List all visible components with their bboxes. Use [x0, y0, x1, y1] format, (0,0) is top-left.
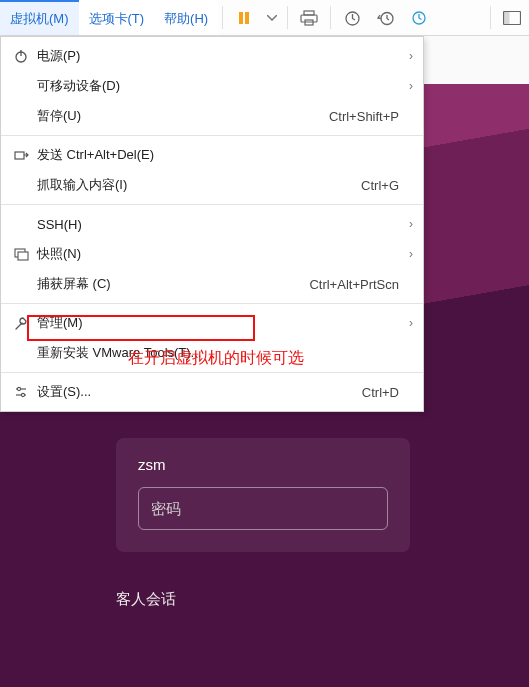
printer-icon [300, 10, 318, 26]
svg-rect-14 [18, 252, 28, 260]
menu-separator [1, 135, 423, 136]
separator [222, 6, 223, 29]
clock-icon [344, 10, 361, 27]
submenu-arrow-icon: › [399, 79, 413, 93]
shortcut: Ctrl+Alt+PrtScn [309, 277, 399, 292]
menu-capture-screen[interactable]: 捕获屏幕 (C) Ctrl+Alt+PrtScn [1, 269, 423, 299]
svg-rect-0 [239, 12, 243, 24]
annotation-text: 在开启虚拟机的时候可选 [128, 348, 304, 369]
menu-separator [1, 204, 423, 205]
menu-power[interactable]: 电源(P) › [1, 41, 423, 71]
guest-session-link[interactable]: 客人会话 [116, 590, 176, 609]
menu-manage[interactable]: 管理(M) › [1, 308, 423, 338]
separator [287, 6, 288, 29]
power-icon [9, 49, 33, 63]
menu-separator [1, 303, 423, 304]
menu-ssh[interactable]: SSH(H) › [1, 209, 423, 239]
snapshot-take-button[interactable] [335, 0, 369, 36]
separator [330, 6, 331, 29]
shortcut: Ctrl+D [362, 385, 399, 400]
submenu-arrow-icon: › [399, 217, 413, 231]
menu-separator [1, 372, 423, 373]
pause-dropdown[interactable] [261, 0, 283, 36]
separator [490, 6, 491, 29]
menu-removable-devices[interactable]: 可移动设备(D) › [1, 71, 423, 101]
clock-back-icon [377, 10, 395, 27]
login-username: zsm [138, 456, 388, 473]
svg-rect-9 [504, 12, 510, 25]
menu-settings[interactable]: 设置(S)... Ctrl+D [1, 377, 423, 407]
label: 电源(P) [33, 47, 80, 65]
label: 可移动设备(D) [33, 77, 120, 95]
label: 发送 Ctrl+Alt+Del(E) [33, 146, 154, 164]
label: 快照(N) [33, 245, 81, 263]
menu-pause[interactable]: 暂停(U) Ctrl+Shift+P [1, 101, 423, 131]
submenu-arrow-icon: › [399, 247, 413, 261]
pause-button[interactable] [227, 0, 261, 36]
menu-vm[interactable]: 虚拟机(M) [0, 0, 79, 35]
snapshot-icon [9, 248, 33, 261]
shortcut: Ctrl+Shift+P [329, 109, 399, 124]
snapshot-revert-button[interactable] [369, 0, 403, 36]
login-card: zsm [116, 438, 410, 552]
password-input[interactable] [138, 487, 388, 530]
pause-icon [236, 10, 252, 26]
menu-help[interactable]: 帮助(H) [154, 0, 218, 35]
panel-icon [503, 11, 521, 25]
wrench-icon [9, 316, 33, 330]
menu-snapshot[interactable]: 快照(N) › [1, 239, 423, 269]
clock-gear-icon [411, 10, 429, 27]
label: SSH(H) [33, 217, 82, 232]
chevron-down-icon [267, 15, 277, 21]
shortcut: Ctrl+G [361, 178, 399, 193]
label: 暂停(U) [33, 107, 81, 125]
svg-point-16 [17, 387, 20, 390]
label: 设置(S)... [33, 383, 91, 401]
svg-rect-12 [15, 152, 24, 159]
menu-send-cad[interactable]: 发送 Ctrl+Alt+Del(E) [1, 140, 423, 170]
settings-icon [9, 385, 33, 399]
menu-tabs[interactable]: 选项卡(T) [79, 0, 155, 35]
svg-point-18 [21, 393, 24, 396]
submenu-arrow-icon: › [399, 316, 413, 330]
submenu-arrow-icon: › [399, 49, 413, 63]
svg-rect-1 [245, 12, 249, 24]
send-icon [9, 149, 33, 162]
svg-rect-2 [304, 11, 314, 15]
label: 管理(M) [33, 314, 83, 332]
label: 捕获屏幕 (C) [33, 275, 111, 293]
label: 抓取输入内容(I) [33, 176, 127, 194]
menubar: 虚拟机(M) 选项卡(T) 帮助(H) [0, 0, 529, 36]
svg-rect-3 [301, 15, 317, 22]
menu-grab-input[interactable]: 抓取输入内容(I) Ctrl+G [1, 170, 423, 200]
print-button[interactable] [292, 0, 326, 36]
snapshot-manage-button[interactable] [403, 0, 437, 36]
layout-toggle-button[interactable] [495, 0, 529, 36]
